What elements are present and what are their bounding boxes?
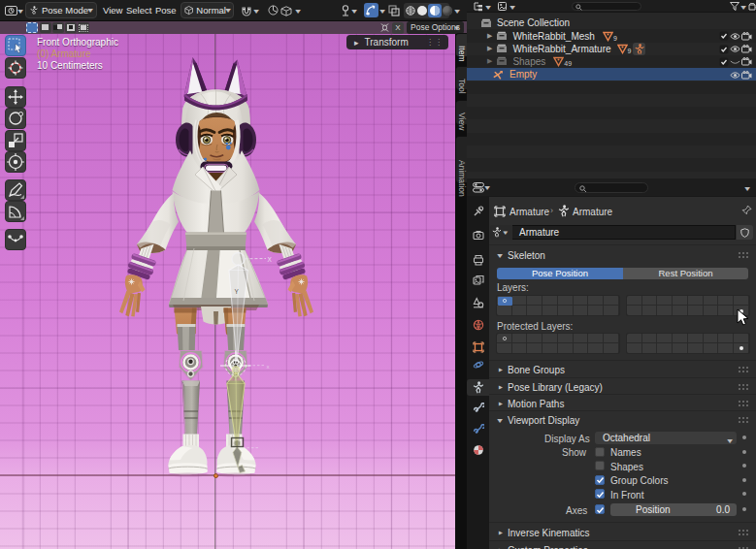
svg-text:x: x: [267, 364, 270, 370]
svg-text:Y: Y: [235, 288, 240, 295]
svg-text:X: X: [268, 256, 273, 263]
